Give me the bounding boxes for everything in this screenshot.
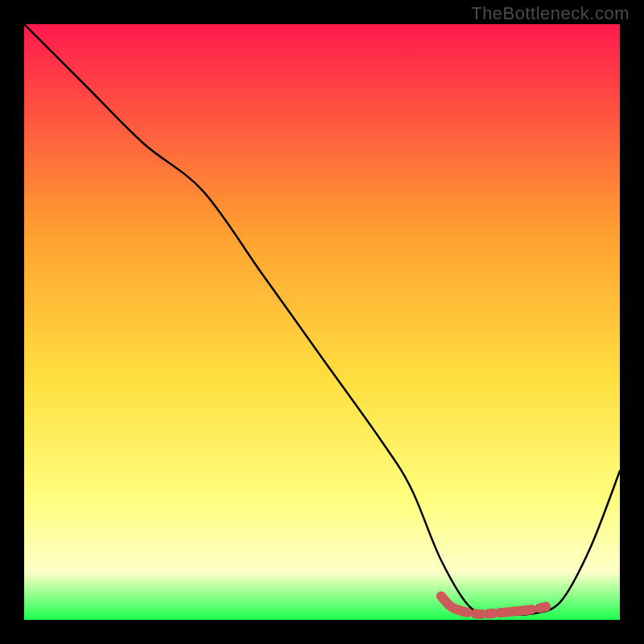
watermark-text: TheBottleneck.com xyxy=(471,3,630,24)
chart-frame: TheBottleneck.com xyxy=(0,0,644,644)
plot-area xyxy=(24,24,620,620)
chart-svg xyxy=(24,24,620,620)
